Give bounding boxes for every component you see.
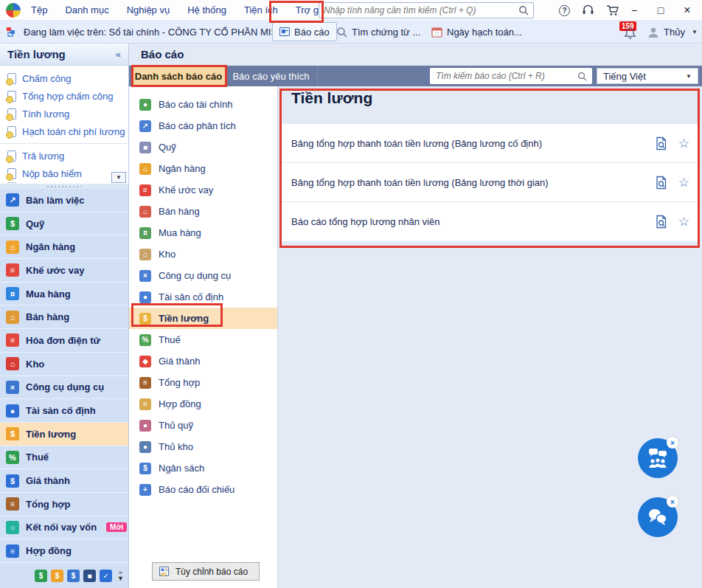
work-toolbar: Đang làm việc trên: Sổ tài chính - CÔNG … bbox=[0, 21, 702, 44]
category-ngan-hang[interactable]: ⌂Ngân hàng bbox=[129, 158, 277, 179]
report-toolbar-button[interactable]: Báo cáo bbox=[272, 22, 337, 41]
close-icon[interactable]: × bbox=[667, 496, 678, 508]
menu-item-tien-ich[interactable]: Tiện ích bbox=[244, 4, 278, 15]
briefcase-icon[interactable]: ■ bbox=[83, 570, 96, 582]
preview-report-icon[interactable] bbox=[655, 136, 668, 151]
quick-item-cham-cong[interactable]: Chấm công bbox=[0, 69, 128, 87]
category-gia-thanh[interactable]: ◆Giá thành bbox=[129, 350, 277, 372]
module-thue[interactable]: %Thuế bbox=[0, 446, 128, 470]
user-menu-caret-icon[interactable]: ▼ bbox=[692, 29, 698, 35]
employee-icon[interactable]: $ bbox=[67, 570, 80, 582]
user-avatar[interactable] bbox=[647, 27, 659, 38]
report-search-box[interactable] bbox=[430, 68, 592, 84]
calendar-check-icon[interactable]: ✓ bbox=[100, 570, 112, 582]
money-bag-icon[interactable]: $ bbox=[35, 570, 47, 582]
module-list: ↗Bàn làm việc $Quỹ ⌂Ngân hàng ≡Khế ước v… bbox=[0, 189, 128, 563]
menu-item-tep[interactable]: Tệp bbox=[31, 4, 47, 15]
sidebar-header: Tiền lương « bbox=[0, 44, 128, 66]
category-tien-luong[interactable]: $Tiền lương bbox=[129, 308, 277, 329]
report-row[interactable]: Báo cáo tổng hợp lương nhân viên ☆ bbox=[279, 202, 700, 241]
category-kho[interactable]: ⌂Kho bbox=[129, 243, 277, 265]
category-bao-cao-tai-chinh[interactable]: ●Báo cáo tài chính bbox=[129, 94, 277, 115]
payroll-icon: $ bbox=[6, 427, 19, 440]
module-ban-lam-viec[interactable]: ↗Bàn làm việc bbox=[0, 189, 128, 212]
quick-item-hach-toan-chi-phi-luong[interactable]: Hạch toán chi phí lương bbox=[0, 122, 128, 140]
expand-modules-button[interactable]: »▼ bbox=[117, 570, 124, 581]
preview-report-icon[interactable] bbox=[655, 215, 668, 229]
quick-item-tinh-luong[interactable]: Tính lương bbox=[0, 105, 128, 122]
tab-bao-cao-yeu-thich[interactable]: Báo cáo yêu thích bbox=[225, 66, 318, 86]
module-hoa-don-dien-tu[interactable]: ≡Hóa đơn điện tử bbox=[0, 329, 128, 353]
module-quy[interactable]: $Quỹ bbox=[0, 212, 128, 236]
module-tien-luong[interactable]: $Tiền lương bbox=[0, 423, 128, 446]
module-tai-san-co-dinh[interactable]: ●Tài sản cố định bbox=[0, 399, 128, 423]
quick-item-nop-bao-hiem[interactable]: Nộp bảo hiểm bbox=[0, 165, 128, 182]
module-gia-thanh[interactable]: $Giá thành bbox=[0, 469, 128, 493]
notification-bell-icon[interactable] bbox=[623, 27, 637, 40]
module-cong-cu-dung-cu[interactable]: ×Công cụ dụng cụ bbox=[0, 376, 128, 400]
sidebar-footer: $ $ $ ■ ✓ »▼ bbox=[0, 563, 128, 588]
category-thu-kho[interactable]: ●Thủ kho bbox=[129, 436, 277, 457]
quick-item-tong-hop-cham-cong[interactable]: Tổng hợp chấm công bbox=[0, 87, 128, 105]
module-ket-noi-vay-von[interactable]: ○Kết nối vay vốnMới bbox=[0, 516, 128, 540]
menu-bar: Tệp Danh mục Nghiệp vụ Hệ thống Tiện ích… bbox=[0, 0, 702, 21]
favorite-star-icon[interactable]: ☆ bbox=[678, 137, 689, 150]
category-hop-dong[interactable]: ≡Hợp đồng bbox=[129, 393, 277, 415]
global-search-input[interactable] bbox=[319, 5, 518, 15]
storekeeper-person-icon: ● bbox=[139, 441, 151, 453]
report-search-input[interactable] bbox=[430, 71, 577, 81]
category-mua-hang[interactable]: ¤Mua hàng bbox=[129, 222, 277, 243]
category-bao-cao-phan-tich[interactable]: ↗Báo cáo phân tích bbox=[129, 115, 277, 136]
module-tong-hop[interactable]: ≡Tổng hợp bbox=[0, 493, 128, 516]
close-icon[interactable]: × bbox=[667, 437, 678, 449]
report-row[interactable]: Bảng tổng hợp thanh toán tiền lương (Bản… bbox=[279, 163, 700, 202]
module-mua-hang[interactable]: ¤Mua hàng bbox=[0, 283, 128, 306]
category-ngan-sach[interactable]: $Ngân sách bbox=[129, 457, 277, 479]
menu-item-danh-muc[interactable]: Danh mục bbox=[65, 4, 108, 15]
quick-item-tra-luong[interactable]: Trả lương bbox=[0, 147, 128, 165]
category-quy[interactable]: ■Quỹ bbox=[129, 136, 277, 158]
find-voucher-button[interactable]: Tìm chứng từ ... bbox=[336, 27, 420, 38]
module-ban-hang[interactable]: ⌂Bán hàng bbox=[0, 305, 128, 329]
collapse-sidebar-icon[interactable]: « bbox=[116, 49, 121, 60]
purchase-cart-icon: ¤ bbox=[6, 287, 19, 300]
category-thu-quy[interactable]: ●Thủ quỹ bbox=[129, 415, 277, 436]
report-row[interactable]: Bảng tổng hợp thanh toán tiền lương (Bản… bbox=[279, 124, 700, 163]
sidebar-splitter[interactable] bbox=[0, 184, 128, 189]
category-tong-hop[interactable]: ≡Tổng hợp bbox=[129, 372, 277, 393]
module-kho[interactable]: ⌂Kho bbox=[0, 353, 128, 376]
menu-item-he-thong[interactable]: Hệ thống bbox=[187, 4, 226, 15]
menu-item-nghiep-vu[interactable]: Nghiệp vụ bbox=[127, 4, 170, 15]
module-ngan-hang[interactable]: ⌂Ngân hàng bbox=[0, 235, 128, 259]
category-thue[interactable]: %Thuế bbox=[129, 329, 277, 350]
category-bao-cao-doi-chieu[interactable]: +Báo cáo đối chiếu bbox=[129, 479, 277, 500]
maximize-button[interactable]: □ bbox=[652, 4, 670, 16]
category-tai-san-co-dinh[interactable]: ●Tài sản cố định bbox=[129, 286, 277, 308]
minimize-button[interactable]: − bbox=[625, 4, 643, 16]
global-search-box[interactable] bbox=[319, 2, 534, 18]
close-button[interactable]: × bbox=[678, 4, 696, 17]
category-ban-hang[interactable]: ⌂Bán hàng bbox=[129, 201, 277, 222]
favorite-star-icon[interactable]: ☆ bbox=[678, 176, 689, 189]
customize-report-button[interactable]: Tùy chỉnh báo cáo bbox=[152, 562, 260, 581]
category-cong-cu-dung-cu[interactable]: ×Công cụ dụng cụ bbox=[129, 265, 277, 286]
tab-danh-sach-bao-cao[interactable]: Danh sách báo cáo bbox=[132, 66, 225, 86]
favorite-star-icon[interactable]: ☆ bbox=[678, 215, 689, 228]
report-tabbar: Danh sách báo cáo Báo cáo yêu thích Tiến… bbox=[129, 66, 702, 86]
support-headset-icon[interactable] bbox=[582, 4, 594, 16]
language-select[interactable]: Tiếng Việt▼ bbox=[597, 68, 698, 84]
module-hop-dong[interactable]: ≡Hợp đồng bbox=[0, 539, 128, 563]
divider bbox=[0, 143, 128, 144]
posting-date-button[interactable]: Ngày hạch toán... bbox=[431, 27, 522, 38]
quick-list-dropdown-button[interactable]: ▼ bbox=[111, 172, 126, 183]
help-icon[interactable]: ? bbox=[559, 5, 570, 16]
document-icon bbox=[7, 168, 16, 179]
category-khe-uoc-vay[interactable]: ≡Khế ước vay bbox=[129, 179, 277, 201]
reconciliation-report-icon: + bbox=[139, 484, 151, 496]
module-khe-uoc-vay[interactable]: ≡Khế ước vay bbox=[0, 259, 128, 283]
preview-report-icon[interactable] bbox=[655, 176, 668, 190]
salary-person-icon[interactable]: $ bbox=[51, 570, 63, 582]
user-name-label[interactable]: Thủy bbox=[664, 27, 685, 38]
shopping-cart-icon[interactable] bbox=[606, 4, 619, 16]
document-icon bbox=[7, 126, 16, 137]
